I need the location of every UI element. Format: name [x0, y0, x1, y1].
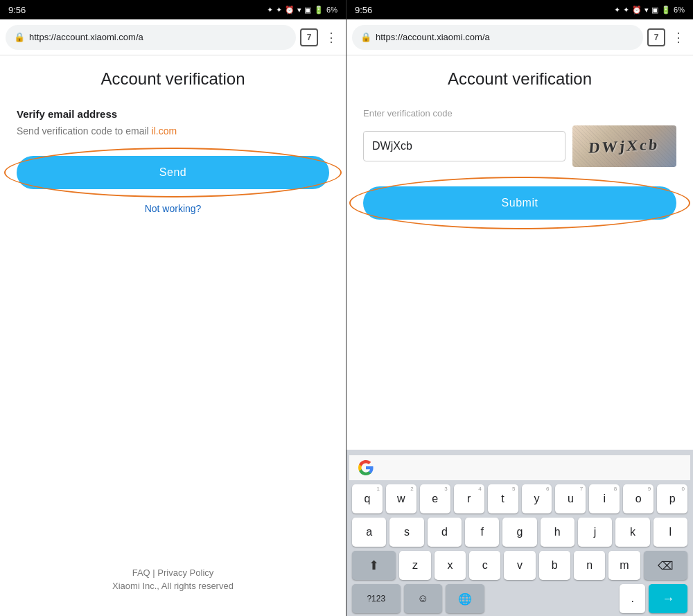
right-bluetooth-icon: ✦ [623, 6, 629, 15]
privacy-link[interactable]: Privacy Policy [157, 567, 213, 578]
key-s[interactable]: s [389, 518, 423, 547]
key-q[interactable]: q1 [352, 484, 383, 513]
left-status-time: 9:56 [8, 5, 26, 15]
right-status-time: 9:56 [355, 5, 372, 15]
right-sim-icon: ▣ [651, 6, 658, 15]
keyboard-row-3: ⬆ z x c v b n m ⌫ [352, 551, 687, 580]
wifi-icon: ▾ [297, 6, 301, 15]
captcha-text: DWjXcb [588, 135, 660, 157]
shift-key[interactable]: ⬆ [352, 551, 396, 580]
key-f[interactable]: f [465, 518, 499, 547]
right-wifi-icon: ▾ [644, 6, 649, 15]
keyboard-row-1: q1 w2 e3 r4 t5 y6 u7 i8 o9 p0 [352, 484, 687, 513]
right-battery-icon: 🔋 [661, 6, 671, 15]
key-c[interactable]: c [469, 551, 500, 580]
left-url-bar[interactable]: 🔒 https://account.xiaomi.com/a [6, 25, 296, 50]
key-b[interactable]: b [539, 551, 570, 580]
key-v[interactable]: v [504, 551, 535, 580]
footer-links: FAQ | Privacy Policy [17, 567, 329, 578]
left-status-icons: ✦ ✦ ⏰ ▾ ▣ 🔋 6% [267, 6, 337, 15]
right-url-text: https://account.xiaomi.com/a [376, 32, 635, 42]
verify-input-row: DWjXcb [363, 125, 676, 167]
key-h[interactable]: h [541, 518, 574, 547]
key-l[interactable]: l [653, 518, 687, 547]
not-working-link[interactable]: Not working? [17, 203, 329, 214]
key-a[interactable]: a [352, 518, 386, 547]
key-m[interactable]: m [608, 551, 640, 580]
left-section-title: Verify email address [17, 108, 329, 120]
key-z[interactable]: z [399, 551, 430, 580]
send-button[interactable]: Send [17, 156, 329, 189]
battery-percent: 6% [326, 6, 337, 14]
submit-btn-wrapper: Submit [363, 186, 676, 220]
key-d[interactable]: d [428, 518, 462, 547]
left-browser-bar: 🔒 https://account.xiaomi.com/a 7 ⋮ [0, 19, 346, 55]
lock-icon: 🔒 [14, 32, 25, 42]
left-page-title: Account verification [17, 69, 329, 89]
keyboard-google-bar [349, 455, 690, 480]
left-send-btn-wrapper: Send [17, 156, 329, 189]
key-u[interactable]: u7 [555, 484, 586, 513]
email-suffix: il.com [152, 125, 177, 137]
key-y[interactable]: y6 [522, 484, 552, 513]
battery-icon: 🔋 [314, 6, 324, 15]
keyboard-rows: q1 w2 e3 r4 t5 y6 u7 i8 o9 p0 a s d f g … [349, 484, 690, 613]
key-k[interactable]: k [615, 518, 649, 547]
key-i[interactable]: i8 [589, 484, 620, 513]
globe-key[interactable]: 🌐 [446, 584, 484, 613]
period-key[interactable]: . [620, 584, 645, 613]
numbers-key[interactable]: ?123 [352, 584, 401, 613]
key-p[interactable]: p0 [657, 484, 687, 513]
email-prefix: Send verification code to email [17, 125, 152, 137]
google-logo [358, 459, 374, 476]
key-w[interactable]: w2 [386, 484, 416, 513]
sim-icon: ▣ [304, 6, 311, 15]
right-page-title: Account verification [363, 69, 676, 89]
right-battery-percent: 6% [674, 6, 685, 14]
shift-icon: ⬆ [369, 558, 379, 573]
faq-link[interactable]: FAQ [132, 567, 150, 578]
left-url-text: https://account.xiaomi.com/a [29, 32, 288, 42]
key-g[interactable]: g [502, 518, 536, 547]
keyboard-section: q1 w2 e3 r4 t5 y6 u7 i8 o9 p0 a s d f g … [346, 450, 693, 616]
left-footer: FAQ | Privacy Policy Xiaomi Inc., All ri… [17, 554, 329, 602]
key-o[interactable]: o9 [623, 484, 653, 513]
captcha-image[interactable]: DWjXcb [572, 125, 676, 167]
right-status-icons: ✦ ✦ ⏰ ▾ ▣ 🔋 6% [614, 6, 685, 15]
key-x[interactable]: x [435, 551, 466, 580]
signal-icon: ✦ [267, 6, 273, 15]
right-phone-panel: 9:56 ✦ ✦ ⏰ ▾ ▣ 🔋 6% 🔒 https://account.xi… [346, 0, 693, 616]
bluetooth-icon: ✦ [276, 6, 282, 15]
right-signal-icon: ✦ [614, 6, 620, 15]
space-key[interactable] [488, 584, 616, 613]
left-phone-panel: 9:56 ✦ ✦ ⏰ ▾ ▣ 🔋 6% 🔒 https://account.xi… [0, 0, 346, 616]
left-page-content: Account verification Verify email addres… [0, 55, 346, 616]
submit-button[interactable]: Submit [363, 186, 676, 220]
right-browser-bar: 🔒 https://account.xiaomi.com/a 7 ⋮ [346, 19, 693, 55]
key-j[interactable]: j [578, 518, 612, 547]
key-n[interactable]: n [574, 551, 605, 580]
right-tab-count[interactable]: 7 [647, 28, 665, 46]
enter-key[interactable]: → [649, 584, 687, 613]
enter-arrow-icon: → [662, 592, 674, 606]
right-menu-button[interactable]: ⋮ [669, 27, 687, 48]
right-alarm-icon: ⏰ [632, 6, 642, 15]
key-t[interactable]: t5 [488, 484, 518, 513]
verify-label: Enter verification code [363, 108, 676, 118]
alarm-icon: ⏰ [285, 6, 295, 15]
right-status-bar: 9:56 ✦ ✦ ⏰ ▾ ▣ 🔋 6% [346, 0, 693, 19]
key-r[interactable]: r4 [454, 484, 484, 513]
right-url-bar[interactable]: 🔒 https://account.xiaomi.com/a [352, 25, 643, 50]
key-e[interactable]: e3 [420, 484, 450, 513]
right-lock-icon: 🔒 [360, 32, 371, 42]
verify-input[interactable] [363, 131, 565, 161]
left-menu-button[interactable]: ⋮ [322, 27, 340, 48]
delete-key[interactable]: ⌫ [644, 551, 687, 580]
keyboard-row-4: ?123 ☺ 🌐 . → [352, 584, 687, 613]
footer-copyright: Xiaomi Inc., All rights reserved [17, 581, 329, 591]
left-email-line: Send verification code to email il.com [17, 125, 329, 137]
emoji-key[interactable]: ☺ [404, 584, 443, 613]
left-status-bar: 9:56 ✦ ✦ ⏰ ▾ ▣ 🔋 6% [0, 0, 346, 19]
left-tab-count[interactable]: 7 [300, 28, 318, 46]
keyboard-row-2: a s d f g h j k l [352, 518, 687, 547]
